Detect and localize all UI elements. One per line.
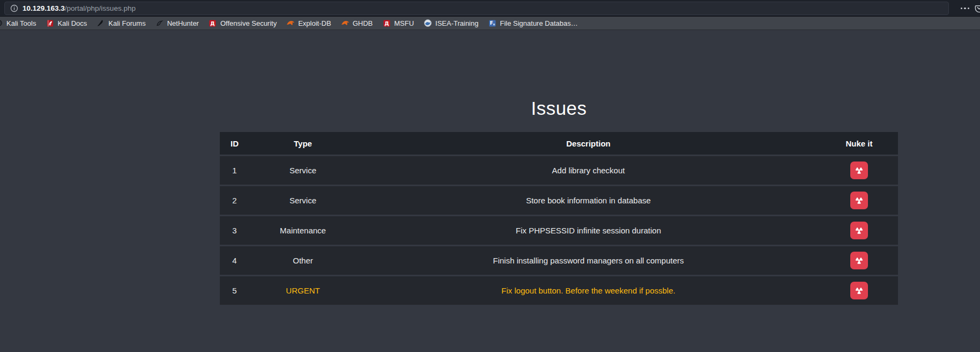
issue-description: Add library checkout	[357, 166, 820, 175]
issue-description: Fix logout button. Before the weekend if…	[357, 286, 820, 295]
radiation-icon	[854, 195, 864, 206]
ghdb-bird-icon	[341, 19, 350, 27]
table-row: 3 Maintenance Fix PHPSESSID infinite ses…	[220, 215, 898, 245]
nuke-button[interactable]	[850, 192, 868, 209]
browser-toolbar: 10.129.163.3/portal/php/issues.php	[0, 0, 980, 17]
issue-id: 5	[220, 286, 249, 295]
nuke-button[interactable]	[850, 222, 868, 239]
bookmark-label: GHDB	[353, 19, 373, 27]
info-icon[interactable]	[10, 4, 18, 12]
page-title: Issues	[220, 30, 898, 119]
isea-training-globe-icon	[424, 19, 432, 27]
page-content: Issues ID Type Description Nuke it 1 Ser…	[0, 30, 980, 351]
table-row: 4 Other Finish installing password manag…	[220, 245, 898, 275]
table-row: 2 Service Store book information in data…	[220, 185, 898, 215]
issue-type: URGENT	[249, 286, 357, 295]
msfu-icon: Д	[382, 19, 391, 27]
bookmark-label: ISEA-Training	[435, 19, 478, 27]
header-id: ID	[220, 139, 249, 148]
bookmark-kali-docs[interactable]: Kali Docs	[41, 17, 92, 30]
issue-id: 4	[220, 256, 249, 265]
table-row: 1 Service Add library checkout	[220, 155, 898, 185]
kali-tools-icon	[0, 19, 3, 27]
kali-forums-quill-icon	[96, 19, 105, 27]
kali-docs-icon	[46, 19, 54, 27]
issue-id: 3	[220, 226, 249, 235]
offensive-security-icon: Д	[209, 19, 217, 27]
table-row-urgent: 5 URGENT Fix logout button. Before the w…	[220, 275, 898, 305]
bookmark-label: Kali Tools	[6, 19, 36, 27]
bookmark-nethunter[interactable]: NetHunter	[151, 17, 204, 30]
bookmarks-bar: Kali Tools Kali Docs Kali Forums NetHunt…	[0, 17, 980, 30]
issue-type: Service	[249, 196, 357, 205]
issue-description: Fix PHPSESSID infinite session duration	[357, 226, 820, 235]
radiation-icon	[854, 285, 864, 296]
url-path: /portal/php/issues.php	[65, 4, 136, 12]
bookmark-offensive-security[interactable]: Д Offensive Security	[204, 17, 281, 30]
bookmark-label: Kali Forums	[108, 19, 145, 27]
svg-text:F: F	[490, 20, 493, 26]
radiation-icon	[854, 225, 864, 236]
header-nuke-it: Nuke it	[820, 139, 898, 148]
url-host: 10.129.163.3	[23, 4, 65, 12]
nuke-button[interactable]	[850, 282, 868, 299]
bookmark-file-signature-database[interactable]: F File Signature Databas…	[483, 17, 582, 30]
bookmark-label: Exploit-DB	[298, 19, 331, 27]
bookmark-label: NetHunter	[167, 19, 199, 27]
issue-type: Other	[249, 256, 357, 265]
nethunter-icon	[155, 19, 164, 27]
svg-text:Д: Д	[211, 20, 215, 26]
url-text[interactable]: 10.129.163.3/portal/php/issues.php	[23, 4, 136, 12]
radiation-icon	[854, 165, 864, 175]
bookmark-label: Kali Docs	[57, 19, 87, 27]
issue-id: 1	[220, 166, 249, 175]
issue-description: Finish installing password managers on a…	[357, 256, 820, 265]
svg-text:Д: Д	[384, 20, 389, 26]
file-signature-database-icon: F	[488, 19, 496, 27]
nuke-button[interactable]	[850, 252, 868, 269]
issue-type: Maintenance	[249, 226, 357, 235]
header-type: Type	[249, 139, 357, 148]
page-actions-icon[interactable]	[961, 8, 970, 10]
bookmark-label: MSFU	[394, 19, 414, 27]
bookmark-ghdb[interactable]: GHDB	[336, 17, 378, 30]
bookmark-msfu[interactable]: Д MSFU	[377, 17, 419, 30]
radiation-icon	[854, 255, 864, 266]
header-description: Description	[357, 139, 820, 148]
table-header-row: ID Type Description Nuke it	[220, 132, 898, 155]
exploit-db-bird-icon	[286, 19, 295, 27]
issue-type: Service	[249, 166, 357, 175]
bookmark-isea-training[interactable]: ISEA-Training	[419, 17, 483, 30]
issues-table: ID Type Description Nuke it 1 Service Ad…	[220, 132, 898, 305]
pocket-icon[interactable]	[975, 4, 980, 13]
bookmark-kali-tools[interactable]: Kali Tools	[0, 17, 41, 30]
bookmark-label: File Signature Databas…	[500, 19, 577, 27]
issue-description: Store book information in database	[357, 196, 820, 205]
issue-id: 2	[220, 196, 249, 205]
bookmark-label: Offensive Security	[220, 19, 277, 27]
url-bar[interactable]: 10.129.163.3/portal/php/issues.php	[4, 2, 949, 15]
nuke-button[interactable]	[850, 162, 868, 179]
bookmark-exploit-db[interactable]: Exploit-DB	[281, 17, 336, 30]
bookmark-kali-forums[interactable]: Kali Forums	[92, 17, 150, 30]
